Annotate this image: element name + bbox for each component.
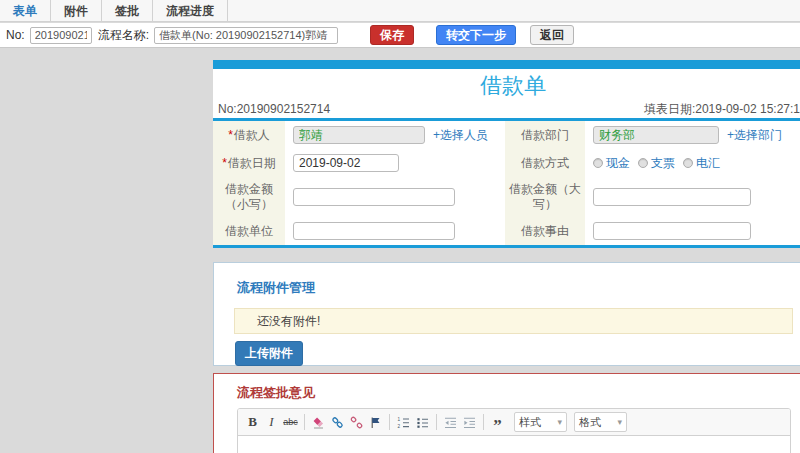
italic-icon[interactable]: I xyxy=(262,413,281,432)
approval-section-title: 流程签批意见 xyxy=(237,386,800,400)
svg-text:1: 1 xyxy=(398,417,401,422)
process-name-input[interactable] xyxy=(154,27,338,44)
panel-top-bar xyxy=(213,60,800,69)
editor-content-area[interactable] xyxy=(238,436,790,453)
loan-unit-label: 借款单位 xyxy=(213,217,285,245)
radio-wire-transfer[interactable]: 电汇 xyxy=(683,155,720,172)
blockquote-icon[interactable]: ” xyxy=(488,413,507,432)
amount-upper-input[interactable] xyxy=(593,188,751,206)
loan-reason-label: 借款事由 xyxy=(505,217,585,245)
styles-dropdown[interactable]: 样式 ▾ xyxy=(514,412,567,432)
page-title: 借款单 xyxy=(213,69,800,100)
required-mark: * xyxy=(222,156,227,170)
borrower-input[interactable] xyxy=(293,126,425,144)
tab-bar: 表单 附件 签批 流程进度 xyxy=(0,0,800,22)
chevron-down-icon: ▾ xyxy=(557,417,562,427)
tab-form[interactable]: 表单 xyxy=(0,0,51,21)
tab-approval[interactable]: 签批 xyxy=(102,0,153,21)
numbered-list-icon[interactable]: 1 2 xyxy=(394,413,413,432)
amount-lower-label: 借款金额（小写） xyxy=(213,177,285,217)
form-meta-row: No:20190902152714 填表日期:2019-09-02 15:27:… xyxy=(213,100,800,118)
chevron-down-icon: ▾ xyxy=(617,417,622,427)
department-input[interactable] xyxy=(593,126,719,144)
bold-icon[interactable]: B xyxy=(243,413,262,432)
strikethrough-icon[interactable]: abc xyxy=(281,413,300,432)
svg-text:2: 2 xyxy=(398,424,401,429)
toolbar-separator xyxy=(436,414,437,430)
radio-cheque[interactable]: 支票 xyxy=(638,155,675,172)
upload-attachment-button[interactable]: 上传附件 xyxy=(235,341,303,366)
borrower-label: *借款人 xyxy=(213,121,285,149)
anchor-flag-icon[interactable] xyxy=(366,413,385,432)
no-attachment-alert: 还没有附件! xyxy=(234,308,793,334)
loan-method-radios: 现金 支票 电汇 xyxy=(593,155,728,172)
rich-text-editor: B I abc xyxy=(237,408,791,453)
loan-method-label: 借款方式 xyxy=(505,149,585,177)
loan-reason-input[interactable] xyxy=(593,222,751,240)
command-bar: No: 流程名称: 保存 转交下一步 返回 xyxy=(0,23,800,48)
editor-toolbar: B I abc xyxy=(238,409,790,436)
loan-date-input[interactable] xyxy=(293,154,399,172)
tab-process-progress[interactable]: 流程进度 xyxy=(153,0,228,21)
amount-upper-label: 借款金额（大写） xyxy=(505,177,585,217)
attachment-section: 流程附件管理 还没有附件! 上传附件 xyxy=(213,262,800,366)
attachment-section-title: 流程附件管理 xyxy=(237,281,800,295)
save-button[interactable]: 保存 xyxy=(370,25,414,45)
format-dropdown[interactable]: 格式 ▾ xyxy=(574,412,627,432)
back-button[interactable]: 返回 xyxy=(530,25,574,45)
no-input[interactable] xyxy=(30,27,92,44)
toolbar-separator xyxy=(304,414,305,430)
toolbar-separator xyxy=(483,414,484,430)
radio-circle-icon xyxy=(593,158,603,168)
indent-icon[interactable] xyxy=(460,413,479,432)
remove-format-icon[interactable] xyxy=(309,413,328,432)
loan-date-label: *借款日期 xyxy=(213,149,285,177)
loan-unit-input[interactable] xyxy=(293,222,455,240)
unlink-icon[interactable] xyxy=(347,413,366,432)
tab-attachments[interactable]: 附件 xyxy=(51,0,102,21)
process-name-label: 流程名称: xyxy=(98,27,149,44)
amount-lower-input[interactable] xyxy=(293,188,455,206)
department-label: 借款部门 xyxy=(505,121,585,149)
select-department-link[interactable]: +选择部门 xyxy=(727,127,782,144)
approval-section: 流程签批意见 B I abc xyxy=(213,373,800,453)
radio-cash[interactable]: 现金 xyxy=(593,155,630,172)
loan-form-panel: 借款单 No:20190902152714 填表日期:2019-09-02 15… xyxy=(213,60,800,248)
radio-circle-icon xyxy=(638,158,648,168)
outdent-icon[interactable] xyxy=(441,413,460,432)
bulleted-list-icon[interactable] xyxy=(413,413,432,432)
select-person-link[interactable]: +选择人员 xyxy=(433,127,488,144)
fields-table: *借款人 +选择人员 借款部门 +选择部门 *借款日期 借款方式 现金 xyxy=(213,118,800,248)
form-date-text: 填表日期:2019-09-02 15:27:1 xyxy=(644,102,800,116)
required-mark: * xyxy=(228,128,233,142)
next-step-button[interactable]: 转交下一步 xyxy=(436,25,516,45)
link-icon[interactable] xyxy=(328,413,347,432)
toolbar-separator xyxy=(389,414,390,430)
form-no-text: No:20190902152714 xyxy=(218,102,330,116)
radio-circle-icon xyxy=(683,158,693,168)
no-label: No: xyxy=(6,28,25,42)
